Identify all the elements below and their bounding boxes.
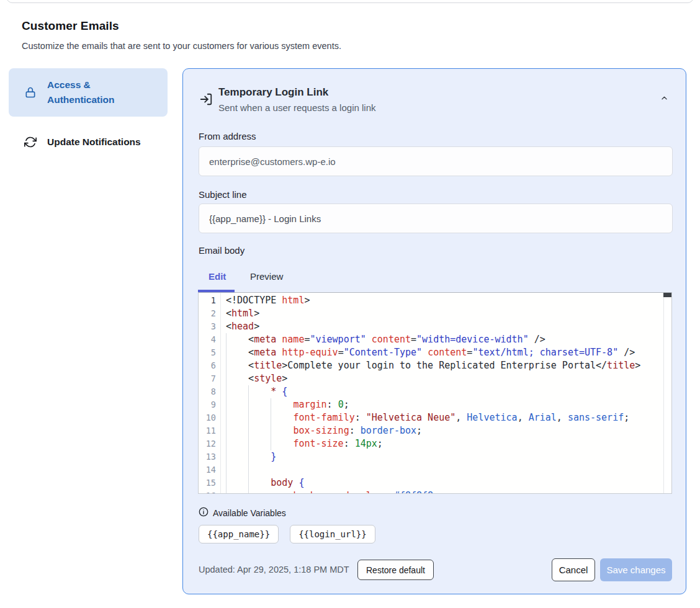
sidebar-item-access-authentication[interactable]: Access & Authentication: [9, 68, 168, 117]
temporary-login-link-card: Temporary Login Link Sent when a user re…: [182, 68, 686, 594]
subject-line-input[interactable]: [199, 203, 673, 233]
line-number: 9: [199, 398, 220, 411]
sidebar-item-update-notifications[interactable]: Update Notifications: [9, 127, 168, 157]
updated-timestamp: Updated: Apr 29, 2025, 1:18 PM MDT: [199, 565, 349, 574]
line-number: 8: [199, 385, 220, 398]
variable-chip[interactable]: {{app_name}}: [199, 525, 279, 543]
from-address-label: From address: [199, 131, 256, 141]
refresh-icon: [24, 135, 37, 149]
code-line[interactable]: 1<!DOCTYPE html>: [199, 294, 671, 307]
code-line[interactable]: 16 background-color: #f8f8f8;: [199, 490, 671, 494]
page-subtitle: Customize the emails that are sent to yo…: [22, 41, 341, 51]
subject-line-label: Subject line: [199, 189, 247, 200]
code-line[interactable]: 6 <title>Complete your login to the Repl…: [199, 359, 671, 372]
sidebar-item-label: Access & Authentication: [47, 78, 140, 107]
line-number: 14: [199, 463, 220, 476]
log-in-icon: [199, 92, 213, 106]
line-number: 7: [199, 372, 220, 385]
line-number: 1: [199, 294, 220, 307]
from-address-input[interactable]: [199, 146, 673, 176]
panel-title: Temporary Login Link: [218, 86, 328, 99]
line-number: 10: [199, 411, 220, 424]
line-number: 16: [199, 490, 220, 494]
tab-preview[interactable]: Preview: [250, 271, 283, 282]
line-number: 15: [199, 476, 220, 490]
chevron-up-icon[interactable]: [659, 94, 670, 102]
sidebar: Access & Authentication Update Notificat…: [9, 68, 168, 157]
sidebar-item-label: Update Notifications: [47, 135, 141, 150]
code-line[interactable]: 12 font-size: 14px;: [199, 437, 671, 450]
code-line[interactable]: 10 font-family: "Helvetica Neue", Helvet…: [199, 411, 671, 424]
lock-icon: [24, 86, 37, 99]
editor-scrollbar[interactable]: [663, 293, 671, 493]
code-line[interactable]: 2<html>: [199, 307, 671, 320]
line-number: 5: [199, 346, 220, 359]
code-line[interactable]: 8 * {: [199, 385, 671, 398]
info-icon: [199, 507, 209, 517]
previous-section-card: [6, 0, 694, 3]
code-editor[interactable]: 1<!DOCTYPE html>2<html>3<head>4 <meta na…: [198, 292, 672, 494]
tab-edit[interactable]: Edit: [209, 271, 226, 282]
variable-chip[interactable]: {{login_url}}: [290, 525, 375, 543]
variable-chips: {{app_name}}{{login_url}}: [199, 525, 375, 543]
email-body-label: Email body: [199, 245, 245, 256]
code-line[interactable]: 13 }: [199, 450, 671, 463]
code-line[interactable]: 15 body {: [199, 476, 671, 490]
page-title: Customer Emails: [22, 19, 119, 33]
line-number: 2: [199, 307, 220, 320]
code-content: 1<!DOCTYPE html>2<html>3<head>4 <meta na…: [199, 294, 671, 494]
line-number: 13: [199, 450, 220, 463]
panel-subtitle: Sent when a user requests a login link: [218, 102, 375, 113]
line-number: 6: [199, 359, 220, 372]
line-number: 11: [199, 424, 220, 437]
code-line[interactable]: 7 <style>: [199, 372, 671, 385]
code-line[interactable]: 5 <meta http-equiv="Content-Type" conten…: [199, 346, 671, 359]
scrollbar-thumb[interactable]: [663, 293, 671, 297]
line-number: 12: [199, 437, 220, 450]
available-variables-label: Available Variables: [213, 508, 286, 518]
code-line[interactable]: 3<head>: [199, 320, 671, 333]
line-number: 4: [199, 333, 220, 346]
code-line[interactable]: 9 margin: 0;: [199, 398, 671, 411]
line-number: 3: [199, 320, 220, 333]
code-line[interactable]: 14: [199, 463, 671, 476]
save-changes-button[interactable]: Save changes: [600, 558, 672, 581]
code-line[interactable]: 4 <meta name="viewport" content="width=d…: [199, 333, 671, 346]
code-line[interactable]: 11 box-sizing: border-box;: [199, 424, 671, 437]
restore-default-button[interactable]: Restore default: [357, 560, 434, 580]
cancel-button[interactable]: Cancel: [552, 558, 595, 581]
